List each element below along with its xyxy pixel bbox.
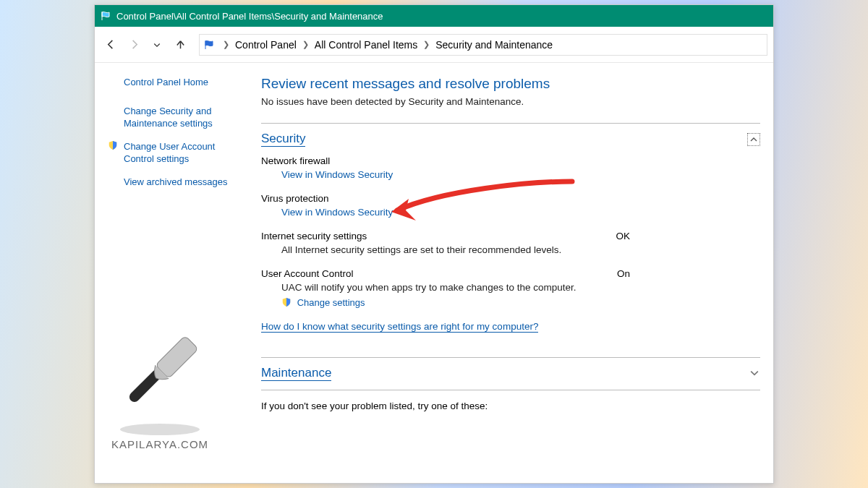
item-network-firewall: Network firewall View in Windows Securit… (261, 155, 760, 180)
section-maintenance: Maintenance (261, 357, 760, 390)
address-bar[interactable]: ❯ Control Panel ❯ All Control Panel Item… (199, 34, 767, 56)
item-internet-security: Internet security settings OK All Intern… (261, 231, 760, 255)
page-subtitle: No issues have been detected by Security… (261, 96, 760, 107)
sidebar-view-archived[interactable]: View archived messages (124, 176, 228, 189)
footer-text: If you don't see your problem listed, tr… (261, 401, 760, 411)
firewall-label: Network firewall (261, 155, 330, 166)
sidebar-home[interactable]: Control Panel Home (124, 76, 208, 89)
security-help-link[interactable]: How do I know what security settings are… (261, 321, 538, 333)
virus-link[interactable]: View in Windows Security (281, 207, 393, 218)
shield-icon (108, 140, 119, 154)
virus-label: Virus protection (261, 193, 329, 204)
page-title: Review recent messages and resolve probl… (261, 76, 760, 92)
flag-icon (204, 39, 216, 51)
crumb-all-items[interactable]: All Control Panel Items (313, 39, 419, 51)
back-button[interactable] (101, 35, 121, 55)
chevron-right-icon[interactable]: ❯ (221, 40, 231, 49)
section-security: Security Network firewall View in Window… (261, 123, 760, 357)
up-button[interactable] (170, 35, 190, 55)
uac-change-settings[interactable]: Change settings (297, 297, 365, 308)
recent-dropdown[interactable] (147, 35, 167, 55)
chevron-right-icon[interactable]: ❯ (301, 40, 310, 49)
internet-label: Internet security settings (261, 231, 367, 241)
flag-icon (101, 10, 112, 22)
hammer-icon (106, 328, 214, 437)
uac-label: User Account Control (261, 268, 354, 279)
expand-icon[interactable] (750, 369, 760, 380)
toolbar: ❯ Control Panel ❯ All Control Panel Item… (95, 27, 773, 63)
section-security-title: Security (261, 132, 305, 147)
crumb-control-panel[interactable]: Control Panel (234, 39, 298, 51)
firewall-link[interactable]: View in Windows Security (281, 169, 393, 180)
section-maintenance-header[interactable]: Maintenance (261, 358, 760, 390)
internet-status: OK (616, 231, 760, 241)
uac-desc: UAC will notify you when apps try to mak… (281, 282, 760, 293)
crumb-security-maintenance[interactable]: Security and Maintenance (434, 39, 554, 51)
window-title: Control Panel\All Control Panel Items\Se… (116, 11, 383, 22)
item-uac: User Account Control On UAC will notify … (261, 268, 760, 308)
uac-status: On (617, 268, 760, 279)
titlebar: Control Panel\All Control Panel Items\Se… (95, 5, 773, 27)
shield-icon (281, 297, 292, 307)
svg-point-0 (120, 424, 200, 435)
sidebar-change-uac[interactable]: Change User Account Control settings (124, 140, 239, 166)
internet-desc: All Internet security settings are set t… (281, 244, 760, 255)
section-maintenance-title: Maintenance (261, 367, 331, 381)
main-panel: Review recent messages and resolve probl… (247, 76, 773, 483)
item-virus-protection: Virus protection View in Windows Securit… (261, 193, 760, 218)
watermark: KAPILARYA.COM (106, 328, 214, 450)
sidebar-change-security[interactable]: Change Security and Maintenance settings (124, 105, 239, 130)
section-security-header[interactable]: Security (261, 124, 760, 155)
collapse-icon[interactable] (747, 133, 760, 146)
chevron-right-icon[interactable]: ❯ (422, 40, 431, 49)
forward-button[interactable] (124, 35, 144, 55)
